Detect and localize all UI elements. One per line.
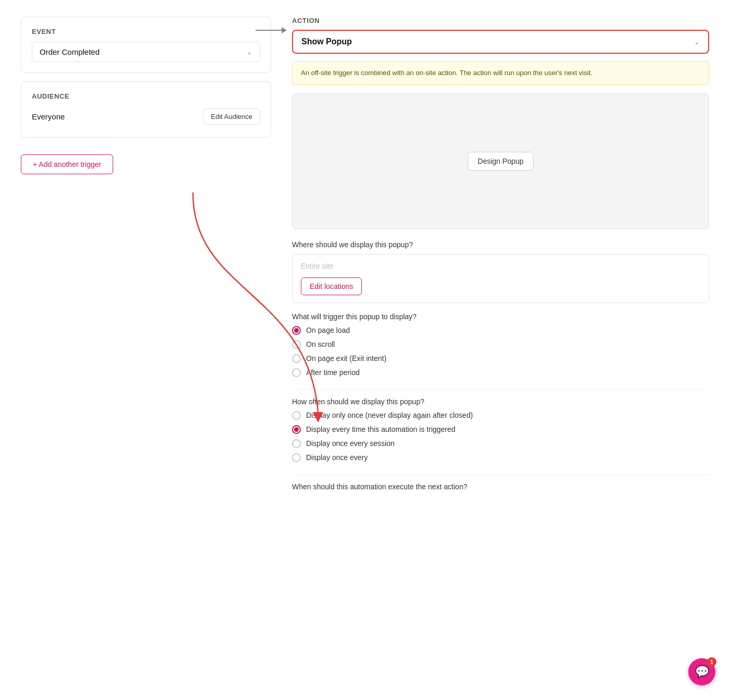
trigger-radio-2[interactable]	[292, 354, 301, 363]
next-action-question: When should this automation execute the …	[292, 482, 709, 491]
trigger-radio-3[interactable]	[292, 368, 301, 377]
chat-button[interactable]: 💬 1	[688, 658, 715, 685]
audience-value: Everyone	[32, 112, 65, 121]
trigger-option-label-2: On page exit (Exit intent)	[306, 354, 386, 363]
edit-locations-button[interactable]: Edit locations	[301, 277, 362, 295]
frequency-option-label-0: Display only once (never display again a…	[306, 411, 473, 419]
frequency-option-0[interactable]: Display only once (never display again a…	[292, 411, 709, 420]
event-select[interactable]: Order Completed ⌄	[32, 42, 260, 62]
frequency-option-3[interactable]: Display once every	[292, 453, 709, 462]
frequency-radio-1[interactable]	[292, 425, 301, 434]
frequency-radio-2[interactable]	[292, 439, 301, 448]
frequency-question: How often should we display this popup?	[292, 397, 709, 406]
design-popup-button[interactable]: Design Popup	[468, 152, 533, 171]
action-chevron-icon: ⌄	[694, 38, 700, 46]
trigger-option-1[interactable]: On scroll	[292, 340, 709, 349]
chat-icon: 💬	[695, 665, 709, 679]
arrow-connector	[256, 27, 287, 33]
warning-box: An off-site trigger is combined with an …	[292, 61, 709, 85]
audience-label: Audience	[32, 92, 260, 100]
frequency-option-label-2: Display once every session	[306, 439, 395, 448]
arrow-head	[282, 27, 287, 33]
arrow-line	[256, 30, 282, 31]
action-label: Action	[292, 17, 709, 25]
trigger-option-3[interactable]: After time period	[292, 368, 709, 377]
trigger-option-2[interactable]: On page exit (Exit intent)	[292, 354, 709, 363]
popup-preview: Design Popup	[292, 93, 709, 229]
add-trigger-button[interactable]: + Add another trigger	[21, 154, 113, 174]
trigger-radio-0[interactable]	[292, 326, 301, 335]
gray-arrow	[256, 27, 287, 33]
frequency-radio-3[interactable]	[292, 453, 301, 462]
chevron-down-icon: ⌄	[247, 48, 252, 56]
trigger-question: What will trigger this popup to display?	[292, 312, 709, 321]
trigger-option-label-3: After time period	[306, 368, 360, 377]
add-trigger-label: + Add another trigger	[33, 160, 101, 168]
where-question: Where should we display this popup?	[292, 240, 709, 249]
audience-card: Audience Everyone Edit Audience	[21, 81, 271, 138]
action-value: Show Popup	[301, 37, 352, 46]
location-box: Entire site Edit locations	[292, 254, 709, 303]
frequency-option-1[interactable]: Display every time this automation is tr…	[292, 425, 709, 434]
frequency-option-label-3: Display once every	[306, 453, 368, 462]
frequency-radio-group: Display only once (never display again a…	[292, 411, 709, 462]
trigger-option-0[interactable]: On page load	[292, 326, 709, 335]
edit-audience-button[interactable]: Edit Audience	[203, 108, 260, 125]
section-divider-2	[292, 475, 709, 475]
left-column: Event Order Completed ⌄ Audience Everyon…	[21, 17, 271, 683]
audience-row: Everyone Edit Audience	[32, 106, 260, 127]
action-select[interactable]: Show Popup ⌄	[292, 30, 709, 54]
trigger-radio-group: On page load On scroll On page exit (Exi…	[292, 326, 709, 377]
location-hint: Entire site	[301, 262, 700, 270]
right-column: Action Show Popup ⌄ An off-site trigger …	[292, 17, 709, 683]
frequency-option-2[interactable]: Display once every session	[292, 439, 709, 448]
frequency-radio-0[interactable]	[292, 411, 301, 420]
warning-text: An off-site trigger is combined with an …	[301, 69, 592, 77]
frequency-option-label-1: Display every time this automation is tr…	[306, 425, 455, 433]
trigger-option-label-1: On scroll	[306, 340, 335, 348]
section-divider	[292, 390, 709, 390]
trigger-option-label-0: On page load	[306, 326, 350, 334]
trigger-radio-1[interactable]	[292, 340, 301, 349]
chat-badge: 1	[707, 657, 716, 667]
event-label: Event	[32, 28, 260, 35]
event-value: Order Completed	[40, 47, 100, 56]
event-card: Event Order Completed ⌄	[21, 17, 271, 73]
